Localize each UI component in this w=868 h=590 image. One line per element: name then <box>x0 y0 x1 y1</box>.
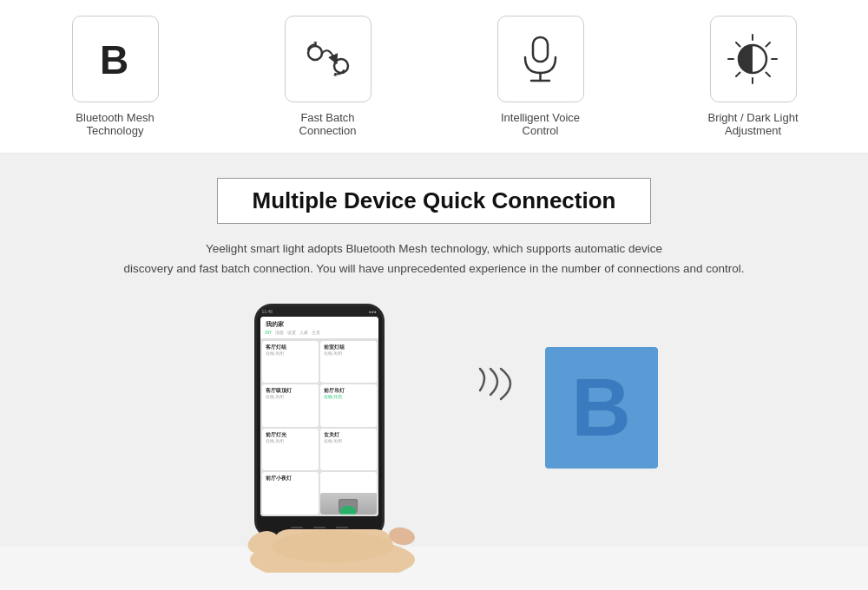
feature-light: Bright / Dark Light Adjustment <box>697 16 810 137</box>
hand-svg <box>211 460 454 573</box>
illustration-area: 11:46 ●●● 我的家 DIY 消息 设置 人家 主页 <box>17 295 851 547</box>
room-cell: 客厅吸顶灯 在线·关闭 <box>262 384 319 427</box>
bluetooth-label: Bluetooth Mesh Technology <box>59 111 172 137</box>
svg-line-14 <box>736 72 740 76</box>
room-cell: 前室灯组 在线·关闭 <box>320 341 377 384</box>
bluetooth-icon-box: B <box>72 16 159 102</box>
batch-label: Fast Batch Connection <box>272 111 385 137</box>
svg-point-2 <box>334 59 348 73</box>
voice-label: Intelligent Voice Control <box>484 111 597 137</box>
wifi-waves-svg <box>471 364 519 416</box>
svg-line-13 <box>766 43 771 47</box>
section-title: Multiple Device Quick Connection <box>253 187 616 214</box>
feature-bar: B Bluetooth Mesh Technology <box>0 0 868 154</box>
light-label: Bright / Dark Light Adjustment <box>697 111 810 137</box>
svg-rect-3 <box>533 37 548 62</box>
main-section: Multiple Device Quick Connection Yeeligh… <box>0 154 868 547</box>
brightness-icon <box>725 31 781 88</box>
section-title-box: Multiple Device Quick Connection <box>217 178 652 224</box>
wifi-waves <box>471 364 519 416</box>
app-title: 我的家 <box>266 320 373 329</box>
svg-line-12 <box>766 72 771 76</box>
svg-point-19 <box>272 531 393 562</box>
mic-icon <box>516 33 564 85</box>
light-icon-box <box>710 16 797 102</box>
room-cell: 前厅吊灯 在线·开启 <box>320 384 377 427</box>
svg-point-1 <box>308 46 322 60</box>
batch-icon <box>302 36 354 83</box>
feature-bluetooth: B Bluetooth Mesh Technology <box>59 16 172 137</box>
feature-voice: Intelligent Voice Control <box>484 16 597 137</box>
voice-icon-box <box>497 16 584 102</box>
section-description: Yeelight smart light adopts Bluetooth Me… <box>123 239 744 279</box>
room-cell: 客厅灯组 在线·关闭 <box>262 341 319 384</box>
app-nav: DIY 消息 设置 人家 主页 <box>266 331 373 335</box>
svg-line-11 <box>736 43 740 47</box>
phone-status-bar: 11:46 ●●● <box>257 306 382 317</box>
bluetooth-b-letter: B <box>571 366 631 449</box>
bluetooth-large-icon: B <box>545 347 658 469</box>
app-header: 我的家 DIY 消息 设置 人家 主页 <box>260 317 378 339</box>
phone-illustration: 11:46 ●●● 我的家 DIY 消息 设置 人家 主页 <box>211 304 454 547</box>
svg-text:B: B <box>100 37 128 82</box>
batch-icon-box <box>285 16 372 102</box>
bluetooth-icon: B <box>91 36 139 83</box>
feature-batch: Fast Batch Connection <box>272 16 385 137</box>
